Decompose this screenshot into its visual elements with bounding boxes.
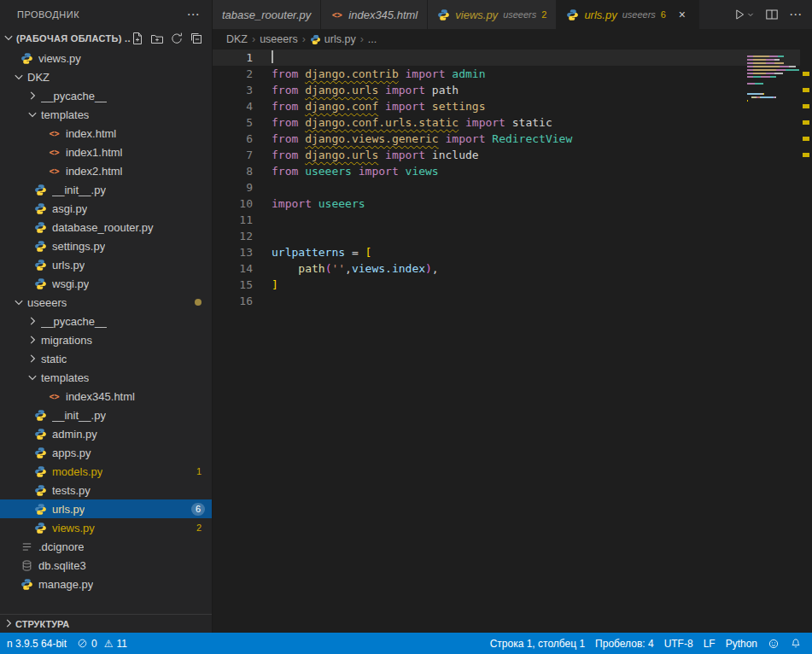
tree-file-__init__.py[interactable]: __init__.py bbox=[0, 180, 212, 199]
tree-item-label: db.sqlite3 bbox=[38, 559, 86, 572]
tree-file-wsgi.py[interactable]: wsgi.py bbox=[0, 274, 212, 293]
minimap[interactable] bbox=[747, 52, 800, 633]
warning-icon: ⚠ bbox=[104, 638, 114, 650]
feedback-smiley-icon[interactable] bbox=[762, 633, 785, 654]
tree-folder-static[interactable]: static bbox=[0, 349, 212, 368]
tree-file-index345.html[interactable]: <>index345.html bbox=[0, 387, 212, 406]
code-line-4[interactable]: 4from django.conf import settings bbox=[213, 98, 812, 114]
code-line-14[interactable]: 14 path('',views.index), bbox=[213, 260, 812, 277]
line-number[interactable]: 4 bbox=[213, 98, 253, 114]
line-number[interactable]: 14 bbox=[213, 260, 253, 277]
tab-views.py[interactable]: views.pyuseeers2 bbox=[428, 0, 557, 29]
cursor-position[interactable]: Строка 1, столбец 1 bbox=[485, 633, 590, 654]
code-line-5[interactable]: 5from django.conf.urls.static import sta… bbox=[213, 114, 812, 131]
eol[interactable]: LF bbox=[698, 633, 721, 654]
line-number[interactable]: 15 bbox=[213, 277, 253, 293]
line-number[interactable]: 11 bbox=[213, 212, 253, 228]
code-line-16[interactable]: 16 bbox=[213, 293, 812, 309]
tree-folder-templates[interactable]: templates bbox=[0, 105, 212, 124]
tree-file-database_roouter.py[interactable]: database_roouter.py bbox=[0, 218, 212, 236]
code-line-7[interactable]: 7from django.urls import include bbox=[213, 147, 812, 163]
tree-file-urls.py[interactable]: urls.py6 bbox=[0, 499, 212, 518]
tree-file-.dcignore[interactable]: .dcignore bbox=[0, 537, 212, 556]
language-mode[interactable]: Python bbox=[721, 633, 762, 654]
tree-file-index2.html[interactable]: <>index2.html bbox=[0, 161, 212, 180]
tree-file-apps.py[interactable]: apps.py bbox=[0, 443, 212, 462]
tree-file-admin.py[interactable]: admin.py bbox=[0, 424, 212, 443]
outline-section-header[interactable]: СТРУКТУРА bbox=[0, 614, 212, 633]
workspace-section-header[interactable]: (РАБОЧАЯ ОБЛАСТЬ) ... bbox=[0, 28, 212, 49]
code-lines: 12from django.contrib import admin3from … bbox=[213, 50, 812, 309]
problems-indicator[interactable]: 0 ⚠ 11 bbox=[72, 633, 132, 654]
tab-urls.py[interactable]: urls.pyuseeers6× bbox=[557, 0, 699, 29]
line-number[interactable]: 1 bbox=[213, 50, 253, 66]
code-line-1[interactable]: 1 bbox=[213, 50, 812, 66]
tree-file-views.py[interactable]: views.py2 bbox=[0, 518, 212, 537]
split-editor-button[interactable] bbox=[765, 8, 779, 21]
tab-index345.html[interactable]: <>index345.html bbox=[321, 0, 428, 29]
tree-folder-__pycache__[interactable]: __pycache__ bbox=[0, 86, 212, 105]
tree-folder-useeers[interactable]: useeers bbox=[0, 293, 212, 312]
line-number[interactable]: 7 bbox=[213, 147, 253, 163]
code-line-6[interactable]: 6from django.views.generic import Redire… bbox=[213, 131, 812, 147]
tree-file-__init__.py[interactable]: __init__.py bbox=[0, 406, 212, 424]
breadcrumb-item-...[interactable]: ... bbox=[368, 33, 377, 45]
tree-file-asgi.py[interactable]: asgi.py bbox=[0, 199, 212, 218]
line-number[interactable]: 10 bbox=[213, 196, 253, 212]
breadcrumb: DKZ›useeers›urls.py›... bbox=[213, 29, 812, 50]
tree-item-label: asgi.py bbox=[52, 202, 87, 215]
tree-file-urls.py[interactable]: urls.py bbox=[0, 255, 212, 274]
breadcrumb-item-useeers[interactable]: useeers bbox=[260, 33, 297, 45]
new-file-button[interactable] bbox=[131, 32, 144, 45]
tree-folder-__pycache__[interactable]: __pycache__ bbox=[0, 312, 212, 330]
indentation[interactable]: Пробелов: 4 bbox=[590, 633, 659, 654]
overview-ruler[interactable] bbox=[800, 50, 812, 633]
tree-file-tests.py[interactable]: tests.py bbox=[0, 481, 212, 499]
tree-file-models.py[interactable]: models.py1 bbox=[0, 462, 212, 481]
tree-file-index1.html[interactable]: <>index1.html bbox=[0, 143, 212, 161]
code-editor[interactable]: 12from django.contrib import admin3from … bbox=[213, 50, 812, 633]
code-line-9[interactable]: 9 bbox=[213, 179, 812, 196]
tree-file-index.html[interactable]: <>index.html bbox=[0, 124, 212, 143]
code-line-2[interactable]: 2from django.contrib import admin bbox=[213, 66, 812, 82]
line-number[interactable]: 2 bbox=[213, 66, 253, 82]
tree-file-views.py[interactable]: views.py bbox=[0, 49, 212, 67]
tree-folder-migrations[interactable]: migrations bbox=[0, 330, 212, 349]
line-number[interactable]: 13 bbox=[213, 244, 253, 260]
python-version[interactable]: n 3.9.5 64-bit bbox=[2, 633, 72, 654]
warning-mark bbox=[803, 120, 809, 125]
tab-tabase_roouter.py[interactable]: tabase_roouter.py bbox=[213, 0, 321, 29]
line-number[interactable]: 5 bbox=[213, 114, 253, 131]
line-number[interactable]: 3 bbox=[213, 82, 253, 98]
line-number[interactable]: 8 bbox=[213, 163, 253, 179]
encoding[interactable]: UTF-8 bbox=[659, 633, 698, 654]
breadcrumb-item-DKZ[interactable]: DKZ bbox=[226, 33, 248, 45]
code-line-13[interactable]: 13urlpatterns = [ bbox=[213, 244, 812, 260]
close-tab-icon[interactable]: × bbox=[675, 8, 689, 21]
tree-file-settings.py[interactable]: settings.py bbox=[0, 236, 212, 255]
line-number[interactable]: 12 bbox=[213, 228, 253, 244]
refresh-button[interactable] bbox=[170, 32, 184, 45]
line-number[interactable]: 16 bbox=[213, 293, 253, 309]
editor-more-actions-button[interactable]: ⋯ bbox=[789, 7, 802, 22]
run-python-file-button[interactable] bbox=[733, 8, 755, 21]
new-folder-button[interactable] bbox=[150, 32, 164, 45]
breadcrumb-item-urls.py[interactable]: urls.py bbox=[310, 33, 356, 45]
code-line-12[interactable]: 12 bbox=[213, 228, 812, 244]
tree-file-manage.py[interactable]: manage.py bbox=[0, 575, 212, 593]
python-icon bbox=[34, 465, 47, 478]
code-line-11[interactable]: 11 bbox=[213, 212, 812, 228]
tree-file-db.sqlite3[interactable]: db.sqlite3 bbox=[0, 556, 212, 575]
notifications-bell-icon[interactable] bbox=[785, 633, 807, 654]
code-line-15[interactable]: 15] bbox=[213, 277, 812, 293]
line-number[interactable]: 9 bbox=[213, 179, 253, 196]
code-line-3[interactable]: 3from django.urls import path bbox=[213, 82, 812, 98]
tree-folder-templates[interactable]: templates bbox=[0, 368, 212, 387]
tree-folder-DKZ[interactable]: DKZ bbox=[0, 67, 212, 86]
collapse-all-button[interactable] bbox=[190, 32, 203, 45]
line-number[interactable]: 6 bbox=[213, 131, 253, 147]
explorer-title: ПРОВОДНИК bbox=[17, 9, 79, 20]
code-line-8[interactable]: 8from useeers import views bbox=[213, 163, 812, 179]
views-and-more-actions-button[interactable]: ⋯ bbox=[187, 7, 201, 22]
code-line-10[interactable]: 10import useeers bbox=[213, 196, 812, 212]
